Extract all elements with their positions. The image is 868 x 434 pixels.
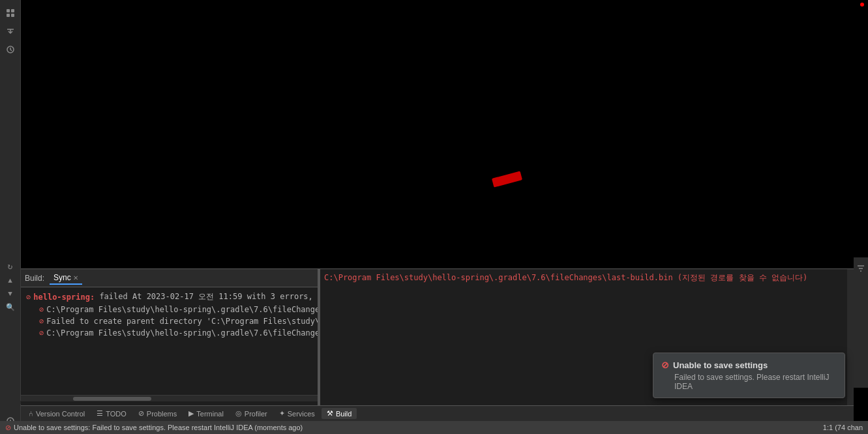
right-panel-controls xyxy=(854,257,868,388)
build-scrollbar-thumb[interactable] xyxy=(73,397,151,401)
error-icon-2: ⊘ xyxy=(39,317,44,326)
sidebar-icon-3[interactable] xyxy=(3,42,18,57)
notification-body: Failed to save settings. Please restart … xyxy=(674,373,837,391)
status-error-icon: ⊘ xyxy=(5,424,11,432)
tab-version-control[interactable]: ⑃ Version Control xyxy=(23,409,90,419)
svg-rect-0 xyxy=(7,9,10,12)
sidebar-icon-2[interactable] xyxy=(3,23,18,39)
profiler-icon: ◎ xyxy=(235,409,242,418)
error-indicator-top-right xyxy=(860,3,864,7)
svg-rect-2 xyxy=(7,14,10,17)
sidebar-icon-1[interactable] xyxy=(3,5,18,21)
tab-services[interactable]: ✦ Services xyxy=(274,408,320,419)
svg-rect-3 xyxy=(11,14,14,17)
services-icon: ✦ xyxy=(279,409,285,418)
refresh-icon[interactable]: ↻ xyxy=(8,261,13,272)
tab-build[interactable]: ⚒ Build xyxy=(322,408,357,419)
tab-profiler[interactable]: ◎ Profiler xyxy=(230,408,273,419)
tab-todo[interactable]: ☰ TODO xyxy=(91,408,132,419)
svg-rect-1 xyxy=(11,9,14,12)
red-line-decoration xyxy=(492,171,522,187)
error-icon-1: ⊘ xyxy=(39,305,44,314)
build-label: Build: xyxy=(25,274,44,283)
notification-popup: ⊘ Unable to save settings Failed to save… xyxy=(653,353,845,398)
search-icon-left[interactable]: 🔍 xyxy=(6,303,15,311)
status-bar: ⊘ Unable to save settings: Failed to sav… xyxy=(0,421,868,434)
todo-icon: ☰ xyxy=(97,409,103,418)
build-icon: ⚒ xyxy=(327,409,333,418)
error-icon-3: ⊘ xyxy=(39,328,44,338)
tab-terminal[interactable]: ▶ Terminal xyxy=(183,408,229,419)
right-sort-icon[interactable] xyxy=(855,263,867,274)
problems-icon: ⊘ xyxy=(138,409,144,418)
tab-sync-close[interactable]: ✕ xyxy=(73,274,78,282)
notification-error-icon: ⊘ xyxy=(661,360,669,370)
error-icon-0: ⊘ xyxy=(26,293,31,302)
cursor-position: 1:1 (74 chan xyxy=(823,424,863,431)
output-error-line: C:\Program Files\study\hello-spring\.gra… xyxy=(324,272,850,283)
output-content: C:\Program Files\study\hello-spring\.gra… xyxy=(320,269,854,286)
arrow-up-icon[interactable]: ▲ xyxy=(8,277,12,285)
notification-title: ⊘ Unable to save settings xyxy=(661,360,837,370)
version-control-icon: ⑃ xyxy=(29,410,33,418)
status-right: 1:1 (74 chan xyxy=(823,424,863,431)
output-vertical-scrollbar[interactable] xyxy=(847,269,854,405)
arrow-down-icon[interactable]: ▼ xyxy=(8,290,12,298)
tab-sync[interactable]: Sync ✕ xyxy=(50,272,82,285)
tab-problems[interactable]: ⊘ Problems xyxy=(133,408,182,419)
status-error-text: Unable to save settings: Failed to save … xyxy=(14,424,303,431)
left-panel-vertical: ↻ ▲ ▼ 🔍 xyxy=(0,257,21,401)
bottom-tabs-bar: ⑃ Version Control ☰ TODO ⊘ Problems ▶ Te… xyxy=(21,405,854,421)
panel-splitter[interactable] xyxy=(318,268,320,405)
terminal-icon: ▶ xyxy=(188,409,194,418)
